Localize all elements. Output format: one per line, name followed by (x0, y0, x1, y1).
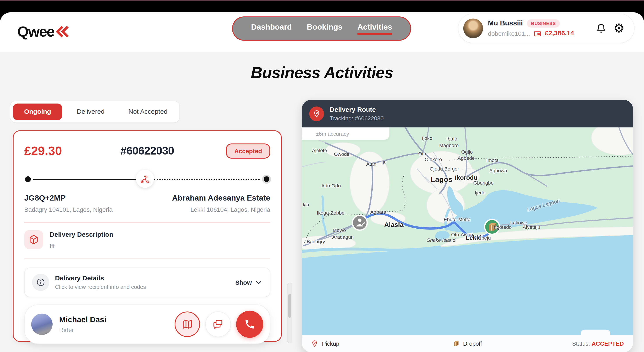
wallet-balance: £2,386.14 (545, 30, 574, 37)
delivery-details-toggle[interactable]: Delivery Details Click to view recipient… (24, 268, 270, 297)
logo-text: Qwee (17, 23, 54, 40)
user-handle: dobemike101... (488, 30, 530, 37)
wallet-icon (534, 29, 542, 38)
package-icon (28, 234, 39, 245)
status-value: ACCEPTED (592, 340, 624, 347)
rider-name: Michael Dasi (59, 315, 106, 324)
dropoff-subtitle: Lekki 106104, Lagos, Nigeria (172, 206, 270, 213)
scrollbar-thumb[interactable] (288, 294, 291, 318)
bell-icon (595, 23, 606, 34)
show-label: Show (235, 279, 252, 286)
app-logo[interactable]: Qwee (17, 23, 69, 40)
nav-bookings[interactable]: Bookings (307, 22, 342, 35)
call-button[interactable] (236, 311, 263, 338)
user-name: Mu Bussiii (488, 19, 523, 28)
status-badge: Accepted (226, 143, 270, 158)
progress-line-remaining (154, 179, 260, 180)
settings-button[interactable]: ⚙ (613, 22, 625, 35)
progress-line-done (33, 179, 137, 180)
scooter-icon (140, 173, 150, 184)
app-header: Qwee Dashboard Bookings Activities Mu Bu… (0, 12, 644, 52)
addresses: JG8Q+2MP Badagry 104101, Lagos, Nigeria … (24, 194, 270, 213)
gear-icon: ⚙ (613, 22, 624, 35)
status-label: Status: (572, 340, 590, 347)
tab-not-accepted[interactable]: Not Accepted (120, 108, 177, 116)
user-pill[interactable]: Mu Bussiii BUSINESS dobemike101... £2,38… (458, 14, 634, 43)
map-control-notch (581, 330, 610, 335)
pickup-subtitle: Badagry 104101, Lagos, Nigeria (24, 206, 112, 213)
track-on-map-button[interactable] (174, 311, 200, 337)
legend-status: Status: ACCEPTED (572, 340, 624, 347)
pickup-dot (25, 176, 31, 182)
route-pin-wrap (309, 106, 324, 121)
page-title: Business Activities (0, 64, 644, 82)
user-badge: BUSINESS (527, 19, 560, 28)
delivery-card: £29.30 #60622030 Accepted (13, 130, 282, 342)
description-value: fff (50, 242, 113, 249)
dropoff-marker[interactable] (485, 219, 500, 234)
nav-dashboard[interactable]: Dashboard (251, 22, 292, 35)
user-avatar (463, 19, 483, 38)
map-canvas[interactable]: AjeleteOwodeAtanIjuOtaIjokoIbafoMagboroO… (302, 127, 633, 335)
pickup-title: JG8Q+2MP (24, 194, 112, 203)
delivery-progress (24, 171, 270, 188)
info-icon (36, 278, 45, 287)
dropoff-dot (264, 176, 270, 182)
rider-avatar (31, 314, 53, 335)
phone-icon (244, 318, 256, 330)
activity-tabs: Ongoing Delivered Not Accepted (10, 101, 180, 123)
window-top-line (0, 0, 644, 1)
chat-button[interactable] (206, 311, 231, 337)
map-svg (302, 127, 633, 335)
package-icon-wrap (24, 230, 43, 249)
tab-delivered[interactable]: Delivered (62, 108, 120, 116)
chevron-down-icon (255, 279, 262, 286)
details-show-toggle[interactable]: Show (235, 279, 262, 286)
delivery-description-section: Delivery Description fff (24, 230, 270, 249)
chat-icon (213, 319, 224, 330)
list-scrollbar[interactable] (287, 283, 292, 343)
tab-ongoing[interactable]: Ongoing (13, 104, 62, 120)
divider (24, 258, 270, 259)
nav-activities[interactable]: Activities (358, 22, 392, 35)
map-footer: Pickup Dropoff Status: ACCEPTED (302, 335, 633, 352)
map-icon (182, 319, 193, 330)
page-sheet: Qwee Dashboard Bookings Activities Mu Bu… (0, 12, 644, 352)
map-header: Delivery Route Tracking: #60622030 (302, 100, 633, 128)
main-nav: Dashboard Bookings Activities (232, 17, 411, 41)
notifications-button[interactable] (595, 22, 607, 35)
divider (24, 222, 270, 223)
map-panel: Delivery Route Tracking: #60622030 ±6m a… (302, 100, 633, 352)
rider-role: Rider (59, 326, 106, 333)
details-hint: Click to view recipient info and codes (55, 284, 146, 290)
details-label: Delivery Details (55, 275, 146, 282)
app-root: Qwee Dashboard Bookings Activities Mu Bu… (0, 0, 644, 352)
rider-marker[interactable] (352, 215, 367, 230)
user-info: Mu Bussiii BUSINESS dobemike101... £2,38… (488, 19, 595, 38)
map-tracking: Tracking: #60622030 (330, 115, 384, 121)
rider-card: Michael Dasi Rider (24, 304, 270, 344)
legend-dropoff-label: Dropoff (463, 340, 482, 347)
map-title: Delivery Route (330, 106, 384, 113)
dropoff-box-icon (453, 340, 459, 347)
description-label: Delivery Description (50, 231, 113, 238)
logo-chevrons-icon (55, 26, 69, 38)
scooter-marker (136, 170, 154, 188)
info-icon-wrap (32, 274, 49, 291)
dropoff-title: Abraham Adesanya Estate (172, 194, 270, 203)
location-pin-icon (312, 110, 321, 118)
accuracy-box: ±6m accuracy (302, 127, 389, 140)
